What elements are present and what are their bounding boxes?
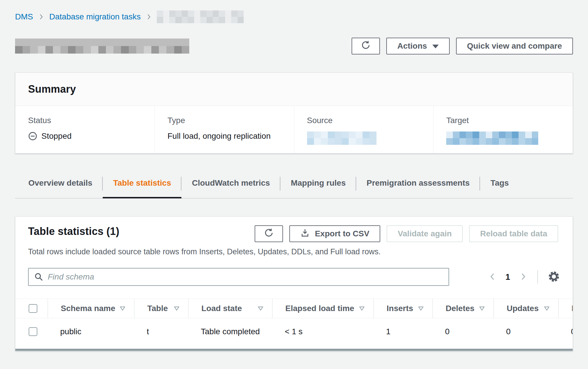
reload-table-data-label: Reload table data [480, 229, 547, 238]
header-actions: Actions Quick view and compare [352, 38, 573, 54]
column-label: DDLs [572, 304, 573, 313]
column-label: Deletes [446, 304, 475, 313]
column-label: Updates [507, 304, 539, 313]
cell-load-state: Table completed [188, 327, 272, 336]
quick-view-label: Quick view and compare [467, 41, 562, 51]
table-statistics-header: Table statistics (1) Export to CSV Valid… [15, 217, 573, 242]
export-to-csv-button[interactable]: Export to CSV [289, 225, 380, 242]
pagination: 1 [488, 270, 560, 284]
tab-premigration-assessments[interactable]: Premigration assessments [356, 173, 480, 198]
tab-table-statistics[interactable]: Table statistics [103, 173, 181, 198]
breadcrumb-link-dms[interactable]: DMS [15, 12, 33, 21]
next-page-button[interactable] [519, 272, 528, 282]
cell-table: t [134, 327, 188, 336]
summary-field-status: StatusStopped [15, 106, 155, 154]
column-header-schema-name[interactable]: Schema name [47, 299, 134, 318]
column-label: Table [147, 304, 168, 313]
redacted-source-value [307, 131, 376, 145]
sort-icon [258, 306, 263, 311]
cell-deletes: 0 [432, 327, 493, 336]
dms-task-page: DMS Database migration tasks Actions Qui… [0, 0, 588, 351]
refresh-icon [264, 228, 274, 240]
select-all-header-cell [15, 299, 47, 318]
table-toolbar: 1 [15, 268, 573, 286]
stopped-icon [28, 131, 37, 141]
summary-label-target: Target [446, 116, 567, 125]
table-statistics-title: Table statistics (1) [28, 225, 119, 238]
column-header-table[interactable]: Table [134, 299, 188, 318]
redacted-target-value [446, 131, 538, 145]
reload-table-data-button[interactable]: Reload table data [469, 225, 558, 242]
summary-value-text: Stopped [41, 131, 71, 141]
column-header-deletes[interactable]: Deletes [432, 299, 493, 318]
tab-overview-details[interactable]: Overview details [15, 173, 103, 198]
column-header-load-state[interactable]: Load state [188, 299, 272, 318]
sort-icon [479, 306, 485, 311]
breadcrumb: DMS Database migration tasks [15, 10, 573, 23]
summary-value-source [307, 131, 428, 145]
caret-down-icon [432, 45, 439, 48]
summary-value-status: Stopped [28, 131, 149, 141]
summary-value-text: Full load, ongoing replication [168, 131, 271, 141]
refresh-button[interactable] [352, 38, 380, 54]
actions-button[interactable]: Actions [386, 38, 450, 54]
title-bar: Actions Quick view and compare [15, 38, 573, 54]
column-label: Inserts [387, 304, 413, 313]
table-statistics-description: Total rows include loaded source table r… [15, 247, 573, 256]
schema-search [28, 268, 449, 286]
sort-icon [418, 306, 424, 311]
column-header-inserts[interactable]: Inserts [373, 299, 432, 318]
breadcrumb-link-tasks[interactable]: Database migration tasks [49, 12, 141, 21]
cell-inserts: 1 [373, 327, 432, 336]
download-icon [300, 228, 310, 240]
export-to-csv-label: Export to CSV [315, 229, 369, 238]
chevron-right-icon [519, 272, 528, 282]
table-body: publictTable completed< 1 s1000 [15, 318, 573, 345]
summary-field-type: TypeFull load, ongoing replication [155, 106, 294, 154]
actions-button-label: Actions [397, 41, 427, 51]
summary-card-header: Summary [15, 73, 573, 106]
summary-label-type: Type [168, 116, 288, 125]
column-label: Elapsed load time [285, 304, 354, 313]
table-refresh-button[interactable] [255, 225, 283, 242]
column-header-elapsed-load-time[interactable]: Elapsed load time [272, 299, 373, 318]
table-preferences-button[interactable] [548, 271, 560, 284]
table-statistics-card: Table statistics (1) Export to CSV Valid… [15, 216, 573, 351]
row-checkbox[interactable] [29, 327, 37, 336]
column-header-ddls[interactable]: DDLs [558, 299, 573, 318]
summary-card: Summary StatusStoppedTypeFull load, ongo… [15, 72, 573, 154]
find-schema-input[interactable] [28, 268, 449, 286]
summary-fields: StatusStoppedTypeFull load, ongoing repl… [15, 106, 573, 154]
table-statistics-table: Schema nameTableLoad stateElapsed load t… [15, 299, 573, 345]
breadcrumb-redacted-task-name [157, 10, 244, 23]
chevron-left-icon [488, 272, 497, 282]
summary-label-status: Status [28, 116, 149, 125]
validate-again-label: Validate again [398, 229, 452, 238]
pagination-divider [537, 270, 538, 284]
select-all-checkbox[interactable] [29, 304, 37, 313]
summary-value-target [446, 131, 567, 145]
validate-again-button[interactable]: Validate again [387, 225, 463, 242]
sort-icon [359, 306, 365, 311]
sort-icon [544, 306, 550, 311]
table-row: publictTable completed< 1 s1000 [15, 318, 573, 345]
refresh-icon [361, 40, 371, 52]
summary-field-source: Source [294, 106, 433, 154]
task-detail-tabs: Overview detailsTable statisticsCloudWat… [15, 173, 573, 198]
column-header-updates[interactable]: Updates [493, 299, 558, 318]
table-statistics-actions: Export to CSV Validate again Reload tabl… [255, 225, 558, 242]
horizontal-scrollbar[interactable] [15, 349, 573, 351]
gear-icon [548, 271, 560, 284]
previous-page-button[interactable] [488, 272, 497, 282]
page-title-redacted [15, 39, 189, 54]
tab-cloudwatch-metrics[interactable]: CloudWatch metrics [181, 173, 280, 198]
summary-label-source: Source [307, 116, 428, 125]
table-header-row: Schema nameTableLoad stateElapsed load t… [15, 299, 573, 318]
cell-updates: 0 [493, 327, 558, 336]
column-label: Schema name [61, 304, 115, 313]
tab-tags[interactable]: Tags [480, 173, 519, 198]
current-page-number[interactable]: 1 [506, 272, 510, 282]
tab-mapping-rules[interactable]: Mapping rules [280, 173, 356, 198]
quick-view-and-compare-button[interactable]: Quick view and compare [456, 38, 573, 54]
row-select-cell [15, 327, 47, 336]
